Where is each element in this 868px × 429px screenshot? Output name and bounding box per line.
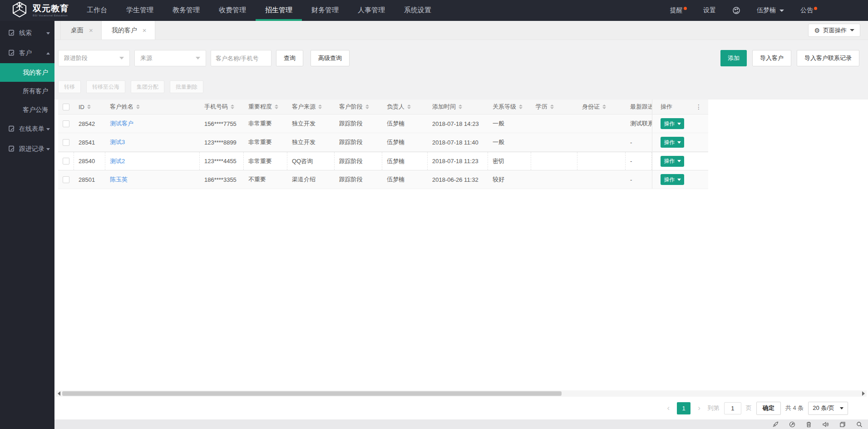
sort-icon[interactable] — [365, 105, 369, 109]
row-cell-importance: 非常重要 — [244, 115, 287, 133]
nav-item-学生管理[interactable]: 学生管理 — [117, 0, 163, 21]
row-checkbox[interactable] — [63, 139, 69, 146]
search-button[interactable]: 查询 — [276, 50, 303, 66]
header-cell-重要程度[interactable]: 重要程度 — [244, 100, 287, 114]
sidebar-subitem-客户公海[interactable]: 客户公海 — [0, 100, 54, 119]
bulk-action-转移至公海[interactable]: 转移至公海 — [86, 80, 125, 93]
page-actions-button[interactable]: ⚙ 页面操作 — [808, 24, 860, 37]
header-cell-客户姓名[interactable]: 客户姓名 — [105, 100, 200, 114]
search-icon[interactable] — [856, 421, 863, 428]
header-cell-客户阶段[interactable]: 客户阶段 — [335, 100, 382, 114]
scroll-left-arrow-icon[interactable] — [58, 391, 60, 396]
table-header-row: ID客户姓名手机号码重要程度客户来源客户阶段负责人添加时间关系等级学历身份证最新… — [58, 100, 708, 115]
row-checkbox[interactable] — [63, 176, 69, 183]
header-cell-负责人[interactable]: 负责人 — [382, 100, 428, 114]
goto-page-input[interactable] — [724, 402, 741, 414]
sidebar-subitem-所有客户[interactable]: 所有客户 — [0, 82, 54, 100]
row-action-button[interactable]: 操作 — [661, 137, 684, 148]
sort-icon[interactable] — [231, 105, 234, 109]
header-cell-学历[interactable]: 学历 — [531, 100, 577, 114]
sort-icon[interactable] — [87, 105, 91, 109]
nav-item-系统设置[interactable]: 系统设置 — [395, 0, 441, 21]
sort-icon[interactable] — [136, 105, 140, 109]
row-action-button[interactable]: 操作 — [661, 174, 684, 185]
header-cell-身份证[interactable]: 身份证 — [577, 100, 626, 114]
bulk-action-转移[interactable]: 转移 — [58, 80, 81, 93]
speaker-icon[interactable] — [822, 421, 829, 428]
nav-right: 提醒 设置 伍梦楠 公告 — [670, 6, 817, 15]
row-action-button[interactable]: 操作 — [661, 156, 684, 167]
row-cell-relation: 一般 — [488, 133, 531, 151]
current-page-button[interactable]: 1 — [677, 402, 690, 414]
sidebar-item-客户[interactable]: 客户 — [0, 43, 54, 63]
source-select[interactable]: 来源 — [134, 50, 206, 66]
row-cell-latest: - — [626, 152, 652, 170]
sort-icon[interactable] — [550, 105, 554, 109]
sort-icon[interactable] — [602, 105, 606, 109]
close-icon[interactable]: × — [143, 27, 147, 34]
header-cell-操作[interactable]: 操作 — [652, 100, 690, 114]
page-size-select[interactable]: 20 条/页 — [808, 402, 848, 415]
header-cell-关系等级[interactable]: 关系等级 — [488, 100, 531, 114]
sidebar-subitem-我的客户[interactable]: 我的客户 — [0, 63, 54, 82]
add-button[interactable]: 添加 — [720, 50, 747, 66]
select-all-checkbox[interactable] — [63, 104, 69, 110]
user-menu[interactable]: 伍梦楠 — [757, 6, 784, 15]
follow-stage-select[interactable]: 跟进阶段 — [58, 50, 130, 66]
header-cell-添加时间[interactable]: 添加时间 — [428, 100, 488, 114]
row-checkbox[interactable] — [63, 120, 69, 127]
sidebar-item-线索[interactable]: 线索 — [0, 23, 54, 43]
nav-item-招生管理[interactable]: 招生管理 — [256, 0, 302, 21]
goto-confirm-button[interactable]: 确定 — [756, 402, 781, 415]
next-page-button[interactable]: › — [695, 404, 703, 413]
remind-link[interactable]: 提醒 — [670, 6, 687, 15]
rocket-icon[interactable] — [772, 421, 779, 428]
sidebar-item-跟进记录[interactable]: 跟进记录 — [0, 139, 54, 159]
row-action-button[interactable]: 操作 — [661, 118, 684, 129]
nav-item-教务管理[interactable]: 教务管理 — [163, 0, 209, 21]
prev-page-button[interactable]: ‹ — [665, 404, 673, 413]
header-cell-ID[interactable]: ID — [74, 100, 105, 114]
online-form-icon — [8, 125, 15, 134]
customer-name-link[interactable]: 测试3 — [110, 138, 125, 146]
customer-name-link[interactable]: 测试客户 — [110, 120, 133, 128]
sort-icon[interactable] — [318, 105, 322, 109]
nav-item-工作台[interactable]: 工作台 — [77, 0, 117, 21]
horizontal-scrollbar[interactable] — [56, 390, 867, 397]
sort-icon[interactable] — [459, 105, 462, 109]
chevron-down-icon — [196, 57, 200, 60]
customer-name-link[interactable]: 陈玉英 — [110, 175, 128, 184]
trash-icon[interactable] — [806, 421, 812, 428]
close-icon[interactable]: × — [89, 27, 93, 34]
bulk-action-批量删除[interactable]: 批量删除 — [170, 80, 203, 93]
sort-icon[interactable] — [519, 105, 523, 109]
tab-桌面[interactable]: 桌面× — [60, 21, 102, 40]
notice-link[interactable]: 公告 — [800, 6, 817, 15]
row-cell-education — [531, 170, 577, 189]
header-cell-最新跟进记[interactable]: 最新跟进记 — [626, 100, 652, 114]
tab-我的客户[interactable]: 我的客户× — [102, 21, 155, 40]
sidebar-item-在线表单[interactable]: 在线表单 — [0, 119, 54, 139]
sort-icon[interactable] — [275, 105, 278, 109]
header-cell-手机号码[interactable]: 手机号码 — [200, 100, 244, 114]
customer-name-link[interactable]: 测试2 — [110, 157, 125, 165]
scroll-right-arrow-icon[interactable] — [862, 391, 865, 396]
import-contact-record-button[interactable]: 导入客户联系记录 — [797, 50, 859, 66]
bulk-action-集团分配[interactable]: 集团分配 — [131, 80, 164, 93]
column-settings-icon[interactable]: ⋮ — [695, 104, 702, 110]
theme-icon[interactable] — [732, 6, 740, 15]
row-checkbox[interactable] — [63, 158, 69, 165]
advanced-search-button[interactable]: 高级查询 — [311, 50, 350, 66]
history-icon[interactable] — [789, 421, 795, 428]
nav-item-收费管理[interactable]: 收费管理 — [209, 0, 256, 21]
keyword-input[interactable] — [211, 50, 271, 66]
import-customer-button[interactable]: 导入客户 — [752, 50, 791, 66]
window-icon[interactable] — [839, 421, 846, 428]
nav-item-财务管理[interactable]: 财务管理 — [302, 0, 348, 21]
settings-link[interactable]: 设置 — [703, 6, 716, 15]
header-cell-客户来源[interactable]: 客户来源 — [287, 100, 335, 114]
sort-icon[interactable] — [407, 105, 411, 109]
nav-item-人事管理[interactable]: 人事管理 — [348, 0, 395, 21]
scrollbar-thumb[interactable] — [62, 391, 562, 396]
table-row: 28540测试2123****4455非常重要QQ咨询跟踪阶段伍梦楠2018-0… — [58, 152, 708, 170]
